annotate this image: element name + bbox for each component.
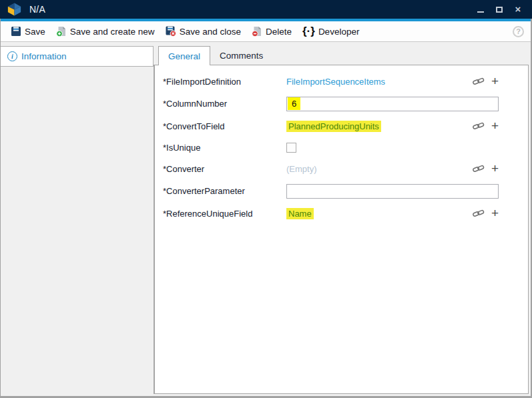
- app-window: N/A × Save: [0, 0, 532, 398]
- general-form: *FileImportDefinitionFileImportSequenceI…: [163, 71, 528, 224]
- add-new-icon[interactable]: +: [491, 121, 499, 131]
- window-body: Save Save and create new: [0, 19, 532, 398]
- field-label: *Converter: [163, 164, 286, 174]
- minimize-icon: [477, 11, 484, 13]
- delete-button[interactable]: Delete: [246, 21, 297, 41]
- minimize-button[interactable]: [476, 5, 485, 14]
- field-value: 6: [286, 97, 499, 111]
- form-row: *IsUnique: [163, 137, 528, 158]
- close-icon: ×: [515, 5, 521, 14]
- field-link-value[interactable]: Name: [286, 208, 314, 219]
- information-header[interactable]: i Information: [1, 46, 154, 67]
- document-delete-icon: [252, 26, 262, 37]
- window-title: N/A: [29, 4, 45, 15]
- field-label: *IsUnique: [163, 143, 286, 153]
- developer-button-label: Developer: [318, 27, 360, 37]
- right-panel: General Comments *FileImportDefinitionFi…: [154, 42, 531, 396]
- link-reference-icon[interactable]: [473, 77, 485, 86]
- save-and-create-new-label: Save and create new: [70, 27, 155, 37]
- tab-comments-label: Comments: [220, 51, 263, 61]
- main-area: i Information General Comments *FileImpo…: [1, 42, 531, 396]
- link-reference-icon[interactable]: [473, 209, 485, 218]
- field-label: *FileImportDefinition: [163, 77, 286, 87]
- tab-comments[interactable]: Comments: [210, 46, 272, 65]
- close-button[interactable]: ×: [513, 5, 523, 14]
- field-text-input[interactable]: [286, 184, 499, 199]
- field-value: (Empty): [286, 164, 465, 174]
- form-row: *ColumnNumber6: [163, 92, 528, 115]
- help-icon[interactable]: ?: [513, 26, 524, 37]
- save-and-close-button[interactable]: Save and close: [160, 21, 246, 41]
- field-checkbox[interactable]: [286, 143, 296, 153]
- save-and-create-new-button[interactable]: Save and create new: [51, 21, 160, 41]
- toolbar: Save Save and create new: [1, 21, 531, 42]
- save-button-label: Save: [25, 27, 45, 37]
- field-value: PlannedProducingUnits: [286, 121, 465, 132]
- field-value: Name: [286, 208, 465, 219]
- field-value: [286, 184, 499, 199]
- form-row: *ConvertToFieldPlannedProducingUnits+: [163, 115, 528, 137]
- link-reference-icon[interactable]: [473, 121, 485, 131]
- add-new-icon[interactable]: +: [491, 76, 499, 87]
- add-new-icon[interactable]: +: [491, 208, 499, 219]
- general-tab-content: *FileImportDefinitionFileImportSequenceI…: [154, 65, 529, 394]
- field-value: FileImportSequenceItems: [286, 77, 465, 87]
- save-and-close-label: Save and close: [180, 27, 241, 37]
- field-text-input[interactable]: 6: [286, 97, 499, 111]
- form-row: *Converter(Empty)+: [163, 158, 528, 179]
- link-reference-icon[interactable]: [473, 164, 485, 173]
- form-row: *ConverterParameter: [163, 179, 528, 203]
- field-empty-value[interactable]: (Empty): [286, 164, 317, 174]
- field-link-value[interactable]: PlannedProducingUnits: [286, 121, 381, 132]
- reference-actions: +: [473, 208, 499, 219]
- window-controls: ×: [476, 5, 527, 14]
- tab-general-label: General: [168, 51, 200, 61]
- developer-button[interactable]: {·} Developer: [297, 21, 364, 41]
- field-link-value[interactable]: FileImportSequenceItems: [286, 77, 385, 87]
- info-icon: i: [7, 51, 17, 61]
- input-text: 6: [288, 97, 300, 110]
- app-logo-icon: [6, 2, 23, 17]
- maximize-button[interactable]: [495, 5, 504, 14]
- reference-actions: +: [473, 76, 499, 87]
- field-label: *ColumnNumber: [163, 99, 286, 109]
- field-value: [286, 143, 499, 153]
- tab-general[interactable]: General: [158, 46, 210, 65]
- floppy-save-icon: [11, 26, 21, 37]
- maximize-icon: [496, 7, 503, 13]
- add-new-icon[interactable]: +: [491, 163, 499, 174]
- titlebar: N/A ×: [0, 0, 532, 19]
- form-row: *ReferenceUniqueFieldName+: [163, 203, 528, 224]
- field-label: *ConvertToField: [163, 121, 286, 131]
- tabstrip: General Comments: [154, 46, 529, 65]
- save-button[interactable]: Save: [5, 21, 51, 41]
- document-add-icon: [56, 26, 67, 37]
- floppy-close-icon: [166, 26, 176, 37]
- field-label: *ConverterParameter: [163, 186, 286, 196]
- form-row: *FileImportDefinitionFileImportSequenceI…: [163, 71, 528, 92]
- code-braces-icon: {·}: [302, 26, 315, 37]
- reference-actions: +: [473, 163, 499, 174]
- field-label: *ReferenceUniqueField: [163, 209, 286, 219]
- reference-actions: +: [473, 121, 499, 131]
- information-label: Information: [21, 51, 67, 61]
- left-panel: i Information: [1, 42, 154, 396]
- delete-button-label: Delete: [266, 27, 292, 37]
